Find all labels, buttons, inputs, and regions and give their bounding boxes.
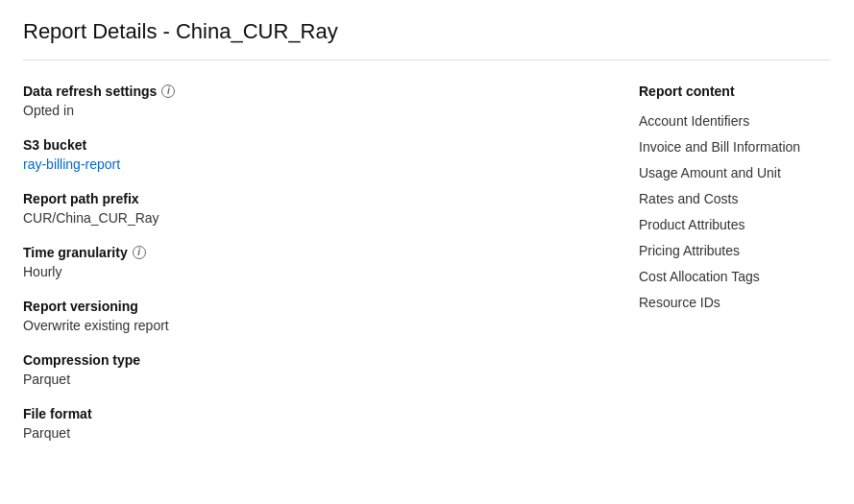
s3-bucket-label: S3 bucket bbox=[23, 137, 581, 153]
time-granularity-info-icon[interactable]: i bbox=[133, 246, 146, 259]
compression-type-value: Parquet bbox=[23, 372, 581, 387]
report-versioning-label: Report versioning bbox=[23, 299, 581, 314]
file-format-value: Parquet bbox=[23, 425, 581, 441]
s3-bucket-link[interactable]: ray-billing-report bbox=[23, 156, 120, 172]
data-refresh-group: Data refresh settings i Opted in bbox=[23, 84, 581, 118]
data-refresh-label: Data refresh settings i bbox=[23, 84, 581, 99]
report-content-title: Report content bbox=[639, 84, 831, 99]
list-item: Rates and Costs bbox=[639, 186, 831, 212]
list-item: Pricing Attributes bbox=[639, 238, 831, 264]
report-path-value: CUR/China_CUR_Ray bbox=[23, 210, 581, 226]
report-content-list: Account IdentifiersInvoice and Bill Info… bbox=[639, 108, 831, 316]
s3-bucket-value: ray-billing-report bbox=[23, 156, 581, 172]
list-item: Product Attributes bbox=[639, 212, 831, 238]
file-format-group: File format Parquet bbox=[23, 406, 581, 441]
file-format-label: File format bbox=[23, 406, 581, 421]
left-panel: Data refresh settings i Opted in S3 buck… bbox=[23, 84, 620, 460]
s3-bucket-group: S3 bucket ray-billing-report bbox=[23, 137, 581, 172]
report-versioning-group: Report versioning Overwrite existing rep… bbox=[23, 299, 581, 333]
list-item: Cost Allocation Tags bbox=[639, 264, 831, 290]
time-granularity-group: Time granularity i Hourly bbox=[23, 245, 581, 279]
divider bbox=[23, 60, 831, 60]
report-versioning-value: Overwrite existing report bbox=[23, 318, 581, 333]
list-item: Usage Amount and Unit bbox=[639, 160, 831, 186]
compression-type-group: Compression type Parquet bbox=[23, 352, 581, 387]
list-item: Resource IDs bbox=[639, 290, 831, 316]
data-refresh-info-icon[interactable]: i bbox=[161, 84, 175, 98]
compression-type-label: Compression type bbox=[23, 352, 581, 368]
data-refresh-value: Opted in bbox=[23, 103, 581, 118]
list-item: Invoice and Bill Information bbox=[639, 134, 831, 160]
time-granularity-value: Hourly bbox=[23, 264, 581, 279]
time-granularity-label: Time granularity i bbox=[23, 245, 581, 260]
report-path-label: Report path prefix bbox=[23, 191, 581, 206]
right-panel: Report content Account IdentifiersInvoic… bbox=[620, 84, 831, 460]
list-item: Account Identifiers bbox=[639, 108, 831, 134]
report-path-group: Report path prefix CUR/China_CUR_Ray bbox=[23, 191, 581, 226]
content-layout: Data refresh settings i Opted in S3 buck… bbox=[23, 84, 831, 460]
page-title: Report Details - China_CUR_Ray bbox=[23, 19, 831, 44]
page-container: Report Details - China_CUR_Ray Data refr… bbox=[0, 0, 854, 479]
